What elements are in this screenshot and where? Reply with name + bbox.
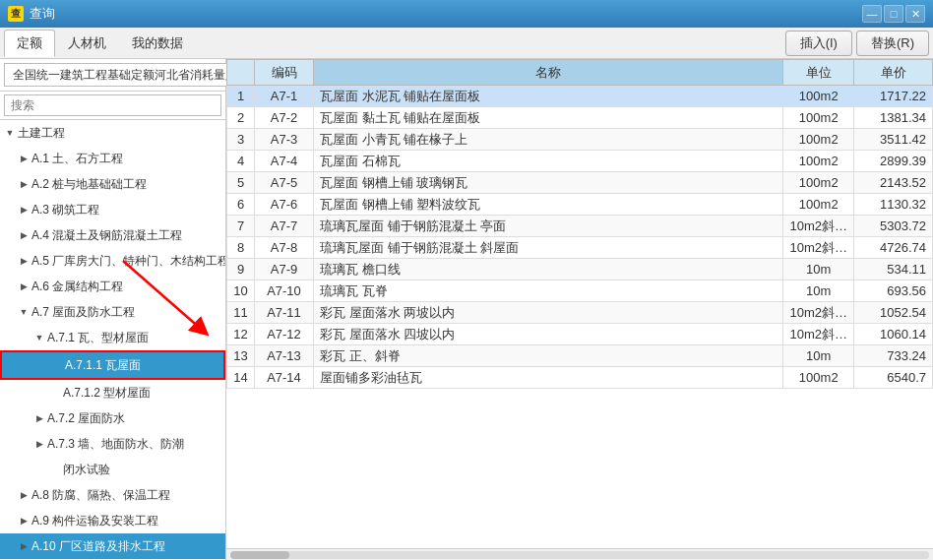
expand-icon-a72: ▶ — [31, 408, 47, 428]
cell-price: 2143.52 — [854, 172, 933, 194]
tree-label-a1: A.1 土、石方工程 — [31, 149, 127, 168]
cell-code: A7-11 — [255, 302, 314, 324]
tree-item-a712[interactable]: A.7.1.2 型材屋面 — [0, 380, 225, 405]
col-header-price: 单价 — [854, 60, 933, 86]
tree-label-a4: A.4 混凝土及钢筋混凝土工程 — [31, 225, 186, 245]
data-table-container[interactable]: 编码 名称 单位 单价 1A7-1瓦屋面 水泥瓦 铺贴在屋面板100m21717… — [226, 59, 933, 548]
tree-item-a5[interactable]: ▶A.5 厂库房大门、特种门、木结构工程 — [0, 248, 225, 274]
tree-item-a1[interactable]: ▶A.1 土、石方工程 — [0, 146, 225, 171]
tree-item-root-civil[interactable]: ▼土建工程 — [0, 120, 225, 146]
tree-label-a711: A.7.1.1 瓦屋面 — [65, 355, 145, 375]
tree-item-a3[interactable]: ▶A.3 砌筑工程 — [0, 197, 225, 222]
cell-num: 9 — [227, 259, 255, 280]
search-input[interactable] — [4, 94, 221, 116]
table-row[interactable]: 8A7-8琉璃瓦屋面 铺于钢筋混凝土 斜屋面10m2斜…4726.74 — [227, 237, 933, 259]
window-controls: — □ ✕ — [862, 5, 925, 23]
cell-name: 屋面铺多彩油毡瓦 — [314, 367, 783, 389]
cell-code: A7-14 — [255, 367, 314, 389]
cell-price: 1717.22 — [854, 86, 933, 107]
search-box — [0, 92, 225, 120]
tree-label-a5: A.5 厂库房大门、特种门、木结构工程 — [31, 251, 225, 271]
cell-unit: 10m2斜… — [783, 324, 854, 345]
insert-button[interactable]: 插入(I) — [785, 31, 852, 56]
cell-price: 534.11 — [854, 259, 933, 280]
cell-code: A7-5 — [255, 172, 314, 194]
cell-unit: 100m2 — [783, 194, 854, 216]
tree-item-a2[interactable]: ▶A.2 桩与地基础础工程 — [0, 171, 225, 197]
tree-item-a9[interactable]: ▶A.9 构件运输及安装工程 — [0, 508, 225, 533]
cell-unit: 100m2 — [783, 367, 854, 389]
toolbar-right: 插入(I) 替换(R) — [785, 31, 929, 56]
close-button[interactable]: ✕ — [905, 5, 925, 23]
cell-name: 瓦屋面 钢槽上铺 玻璃钢瓦 — [314, 172, 783, 194]
cell-price: 1130.32 — [854, 194, 933, 216]
quota-selector: 全国统一建筑工程基础定额河北省消耗量定额（2012） — [0, 59, 225, 92]
tab-quota[interactable]: 定额 — [4, 30, 55, 57]
table-row[interactable]: 6A7-6瓦屋面 钢槽上铺 塑料波纹瓦100m21130.32 — [227, 194, 933, 216]
replace-button[interactable]: 替换(R) — [856, 31, 929, 56]
cell-code: A7-1 — [255, 86, 314, 107]
table-row[interactable]: 10A7-10琉璃瓦 瓦脊10m693.56 — [227, 280, 933, 302]
right-panel: 编码 名称 单位 单价 1A7-1瓦屋面 水泥瓦 铺贴在屋面板100m21717… — [226, 59, 933, 560]
table-row[interactable]: 4A7-4瓦屋面 石棉瓦100m22899.39 — [227, 151, 933, 172]
tree-container[interactable]: ▼土建工程▶A.1 土、石方工程▶A.2 桩与地基础础工程▶A.3 砌筑工程▶A… — [0, 120, 225, 560]
table-body: 1A7-1瓦屋面 水泥瓦 铺贴在屋面板100m21717.222A7-2瓦屋面 … — [227, 86, 933, 389]
cell-unit: 10m — [783, 280, 854, 302]
tree-item-a711[interactable]: A.7.1.1 瓦屋面 — [0, 350, 225, 380]
cell-code: A7-8 — [255, 237, 314, 259]
cell-name: 瓦屋面 钢槽上铺 塑料波纹瓦 — [314, 194, 783, 216]
expand-icon-a9: ▶ — [16, 511, 31, 530]
maximize-button[interactable]: □ — [884, 5, 903, 23]
cell-num: 2 — [227, 107, 255, 129]
cell-price: 4726.74 — [854, 237, 933, 259]
tree-item-a6[interactable]: ▶A.6 金属结构工程 — [0, 274, 225, 299]
cell-code: A7-9 — [255, 259, 314, 280]
col-header-name: 名称 — [314, 60, 783, 86]
cell-name: 彩瓦 正、斜脊 — [314, 345, 783, 367]
minimize-button[interactable]: — — [862, 5, 882, 23]
cell-price: 1052.54 — [854, 302, 933, 324]
tree-item-a10[interactable]: ▶A.10 厂区道路及排水工程 — [0, 533, 225, 559]
tree-item-a8[interactable]: ▶A.8 防腐、隔热、保温工程 — [0, 482, 225, 508]
cell-name: 彩瓦 屋面落水 两坡以内 — [314, 302, 783, 324]
cell-name: 琉璃瓦屋面 铺于钢筋混凝土 斜屋面 — [314, 237, 783, 259]
cell-code: A7-12 — [255, 324, 314, 345]
window-title: 查询 — [30, 5, 862, 23]
table-row[interactable]: 11A7-11彩瓦 屋面落水 两坡以内10m2斜…1052.54 — [227, 302, 933, 324]
cell-code: A7-13 — [255, 345, 314, 367]
table-row[interactable]: 3A7-3瓦屋面 小青瓦 铺在椽子上100m23511.42 — [227, 129, 933, 151]
tab-my-data[interactable]: 我的数据 — [119, 30, 196, 57]
table-row[interactable]: 14A7-14屋面铺多彩油毡瓦100m26540.7 — [227, 367, 933, 389]
horizontal-scrollbar[interactable] — [226, 548, 933, 560]
tree-item-a72[interactable]: ▶A.7.2 屋面防水 — [0, 405, 225, 431]
cell-price: 1381.34 — [854, 107, 933, 129]
cell-name: 瓦屋面 石棉瓦 — [314, 151, 783, 172]
table-row[interactable]: 1A7-1瓦屋面 水泥瓦 铺贴在屋面板100m21717.22 — [227, 86, 933, 107]
table-row[interactable]: 12A7-12彩瓦 屋面落水 四坡以内10m2斜…1060.14 — [227, 324, 933, 345]
table-row[interactable]: 13A7-13彩瓦 正、斜脊10m733.24 — [227, 345, 933, 367]
expand-icon-a10: ▶ — [16, 536, 31, 556]
table-row[interactable]: 9A7-9琉璃瓦 檐口线10m534.11 — [227, 259, 933, 280]
tree-label-a6: A.6 金属结构工程 — [31, 277, 127, 296]
cell-name: 琉璃瓦 檐口线 — [314, 259, 783, 280]
tab-materials[interactable]: 人材机 — [55, 30, 119, 57]
cell-unit: 100m2 — [783, 107, 854, 129]
scroll-thumb — [230, 551, 289, 559]
tree-item-a73[interactable]: ▶A.7.3 墙、地面防水、防潮 — [0, 431, 225, 457]
table-row[interactable]: 5A7-5瓦屋面 钢槽上铺 玻璃钢瓦100m22143.52 — [227, 172, 933, 194]
tree-label-a9: A.9 构件运输及安装工程 — [31, 511, 162, 530]
tree-item-a4[interactable]: ▶A.4 混凝土及钢筋混凝土工程 — [0, 222, 225, 248]
table-row[interactable]: 7A7-7琉璃瓦屋面 铺于钢筋混凝土 亭面10m2斜…5303.72 — [227, 216, 933, 237]
tree-label-root-civil: 土建工程 — [18, 123, 69, 143]
cell-code: A7-3 — [255, 129, 314, 151]
table-row[interactable]: 2A7-2瓦屋面 黏土瓦 铺贴在屋面板100m21381.34 — [227, 107, 933, 129]
cell-code: A7-7 — [255, 216, 314, 237]
expand-icon-a73: ▶ — [31, 434, 47, 454]
tree-item-a73b[interactable]: 闭水试验 — [0, 457, 225, 482]
data-table: 编码 名称 单位 单价 1A7-1瓦屋面 水泥瓦 铺贴在屋面板100m21717… — [226, 59, 933, 389]
tree-item-a71[interactable]: ▼A.7.1 瓦、型材屋面 — [0, 325, 225, 350]
tree-item-a7[interactable]: ▼A.7 屋面及防水工程 — [0, 299, 225, 325]
title-bar: 查 查询 — □ ✕ — [0, 0, 933, 28]
cell-name: 琉璃瓦 瓦脊 — [314, 280, 783, 302]
cell-num: 7 — [227, 216, 255, 237]
